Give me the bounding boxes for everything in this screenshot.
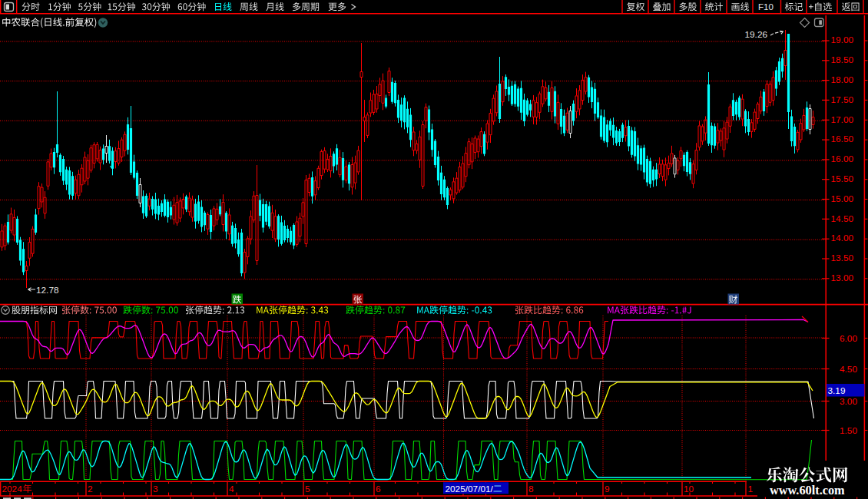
svg-text:14.00: 14.00 [831,233,854,243]
svg-text:16.50: 16.50 [831,134,854,144]
svg-text:2025/07/01/: 2025/07/01/ [446,484,494,494]
svg-text:18.50: 18.50 [831,55,854,65]
svg-text:15.50: 15.50 [831,173,854,184]
svg-text:3.19: 3.19 [828,385,846,396]
svg-text:19.00: 19.00 [831,35,854,45]
svg-text:14.50: 14.50 [831,213,854,224]
svg-text:15.00: 15.00 [831,193,854,204]
svg-text:13.00: 13.00 [831,273,854,283]
svg-text:6: 6 [376,484,381,494]
svg-text:18.00: 18.00 [831,74,854,85]
svg-text:F10: F10 [758,2,774,12]
svg-text:3.00: 3.00 [840,396,857,407]
svg-text:6.00: 6.00 [840,333,857,344]
svg-text:4.50: 4.50 [840,364,857,375]
svg-text:2024: 2024 [2,484,23,494]
svg-text:4: 4 [229,484,234,494]
svg-text:5: 5 [305,484,310,494]
svg-text:12.78: 12.78 [36,285,59,296]
svg-text:19.26: 19.26 [745,29,768,40]
svg-text:3: 3 [153,484,158,494]
svg-text:17.50: 17.50 [831,94,854,105]
svg-text:16.00: 16.00 [831,154,854,164]
svg-text:9: 9 [605,484,610,494]
svg-text:10: 10 [684,484,694,494]
svg-text:1.50: 1.50 [840,425,857,436]
svg-text:8: 8 [528,484,534,494]
svg-text:13.50: 13.50 [831,253,854,263]
svg-text:1: 1 [748,484,754,494]
svg-text:17.00: 17.00 [831,114,854,125]
svg-text:www.60lt.com: www.60lt.com [770,483,845,497]
svg-text:2: 2 [88,484,93,494]
